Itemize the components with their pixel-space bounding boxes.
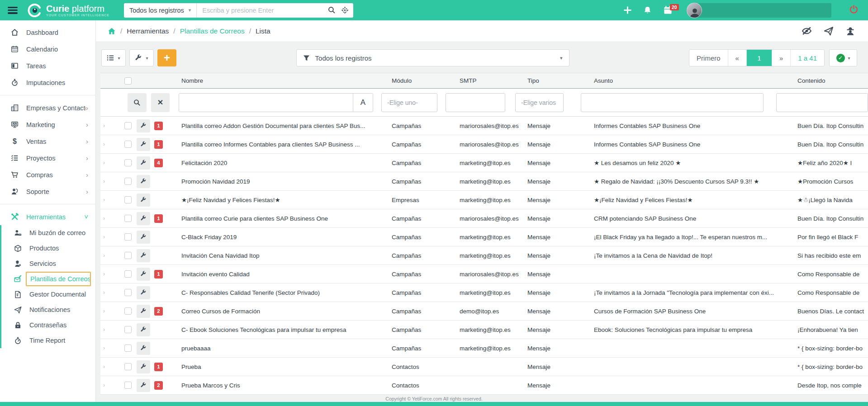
table-row[interactable]: ›C-Black Friday 2019Campañasmarketing@it… xyxy=(100,228,868,246)
row-edit-wrench-button[interactable] xyxy=(137,360,150,373)
column-header-subject[interactable]: Asunto xyxy=(593,77,796,84)
row-edit-wrench-button[interactable] xyxy=(137,249,150,262)
page-range[interactable]: 1 a 41 xyxy=(791,50,824,66)
sidebar-item-calendario[interactable]: Calendario xyxy=(0,41,95,57)
row-expand-chevron-icon[interactable]: › xyxy=(100,289,121,296)
row-expand-chevron-icon[interactable]: › xyxy=(100,252,121,259)
table-row[interactable]: ›4Felicitación 2020Campañasmarketing@ito… xyxy=(100,154,868,172)
notifications-bell-button[interactable] xyxy=(643,6,652,14)
row-edit-wrench-button[interactable] xyxy=(137,305,150,318)
sidebar-item-time-report[interactable]: Time Report xyxy=(1,333,95,348)
row-expand-chevron-icon[interactable]: › xyxy=(100,382,121,388)
search-input[interactable] xyxy=(197,3,323,18)
row-checkbox[interactable] xyxy=(124,307,132,315)
watching-records-eye-slash-icon[interactable] xyxy=(802,26,812,36)
alpha-match-toggle[interactable]: A xyxy=(353,94,373,112)
sidebar-item-servicios[interactable]: Servicios xyxy=(1,256,95,271)
sidebar-item-imputaciones[interactable]: Imputaciones xyxy=(0,74,95,91)
row-edit-wrench-button[interactable] xyxy=(137,119,150,132)
page-first-button[interactable]: Primero xyxy=(689,50,728,66)
sidebar-item-compras[interactable]: Compras› xyxy=(0,166,95,183)
select-all-checkbox[interactable] xyxy=(124,77,132,85)
switch-user-spy-icon[interactable] xyxy=(845,26,855,36)
search-icon[interactable] xyxy=(328,6,336,14)
row-expand-chevron-icon[interactable]: › xyxy=(100,271,121,277)
row-checkbox[interactable] xyxy=(124,326,132,333)
row-edit-wrench-button[interactable] xyxy=(137,156,150,170)
row-expand-chevron-icon[interactable]: › xyxy=(100,141,121,147)
row-checkbox[interactable] xyxy=(124,196,132,203)
send-notification-icon[interactable] xyxy=(824,26,834,36)
sidebar-item-productos[interactable]: Productos xyxy=(1,241,95,256)
calendar-reminders-button[interactable]: 20 xyxy=(664,6,672,14)
table-row[interactable]: ›C- Ebook Soluciones Tecnológicas para i… xyxy=(100,321,868,339)
row-checkbox[interactable] xyxy=(124,289,132,296)
user-menu[interactable] xyxy=(687,3,831,18)
sidebar-item-tareas[interactable]: Tareas xyxy=(0,57,95,74)
row-checkbox[interactable] xyxy=(124,252,132,259)
search-scope-select[interactable]: Todos los registros ▾ xyxy=(124,3,197,18)
table-row[interactable]: ›★¡Feliz Navidad y Felices Fiestas!★Empr… xyxy=(100,191,868,209)
row-expand-chevron-icon[interactable]: › xyxy=(100,308,121,314)
row-edit-wrench-button[interactable] xyxy=(137,286,150,299)
sidebar-item-ventas[interactable]: $Ventas› xyxy=(0,133,95,150)
page-current[interactable]: 1 xyxy=(747,50,772,66)
column-header-smtp[interactable]: SMTP xyxy=(458,77,526,84)
row-checkbox[interactable] xyxy=(124,363,132,370)
app-logo[interactable]: Curie platform YOUR CUSTOMER INTELLIGENC… xyxy=(28,3,109,18)
module-filter-select[interactable]: -Elige uno- xyxy=(381,93,437,112)
table-row[interactable]: ›Invitación Cena Navidad ItopCampañasmar… xyxy=(100,246,868,265)
name-filter-input[interactable] xyxy=(179,94,353,112)
table-row[interactable]: ›1PruebaContactosMensaje* { box-sizing: … xyxy=(100,358,868,376)
sidebar-item-proyectos[interactable]: Proyectos› xyxy=(0,150,95,166)
row-checkbox[interactable] xyxy=(124,178,132,185)
row-expand-chevron-icon[interactable]: › xyxy=(100,364,121,370)
quick-create-button[interactable] xyxy=(624,6,631,14)
column-header-content[interactable]: Contenido xyxy=(796,77,868,84)
column-header-name[interactable]: Nombre xyxy=(180,77,390,84)
row-checkbox[interactable] xyxy=(124,141,132,148)
row-edit-wrench-button[interactable] xyxy=(137,212,150,225)
sidebar-item-soporte[interactable]: Soporte› xyxy=(0,183,95,200)
clear-search-button[interactable]: ✕ xyxy=(151,93,169,112)
home-icon[interactable] xyxy=(108,27,116,35)
row-expand-chevron-icon[interactable]: › xyxy=(100,178,121,184)
row-expand-chevron-icon[interactable]: › xyxy=(100,123,121,129)
row-checkbox[interactable] xyxy=(124,382,132,389)
row-edit-wrench-button[interactable] xyxy=(137,138,150,151)
row-checkbox[interactable] xyxy=(124,122,132,129)
row-checkbox[interactable] xyxy=(124,345,132,352)
page-prev-button[interactable]: « xyxy=(728,50,747,66)
sidebar-item-plantillas-de-correos[interactable]: Plantillas de Correos xyxy=(1,271,95,287)
breadcrumb-item-plantillas-de-correos[interactable]: Plantillas de Correos xyxy=(180,27,245,35)
row-expand-chevron-icon[interactable]: › xyxy=(100,326,121,333)
row-edit-wrench-button[interactable] xyxy=(137,175,150,188)
row-edit-wrench-button[interactable] xyxy=(137,323,150,336)
sidebar-item-dashboard[interactable]: Dashboard xyxy=(0,24,95,41)
subject-filter-input[interactable] xyxy=(581,93,764,112)
actions-dropdown[interactable]: ▾ xyxy=(129,49,154,66)
row-edit-wrench-button[interactable] xyxy=(137,268,150,281)
column-header-type[interactable]: Tipo xyxy=(526,77,593,84)
row-expand-chevron-icon[interactable]: › xyxy=(100,215,121,222)
table-row[interactable]: ›Promoción Navidad 2019Campañasmarketing… xyxy=(100,172,868,191)
smtp-filter-input[interactable] xyxy=(446,93,505,112)
advanced-search-target-icon[interactable] xyxy=(341,6,349,14)
table-row[interactable]: ›2Prueba Marcos y CrisContactosMensajeDe… xyxy=(100,376,868,395)
table-row[interactable]: ›C- Responsables Calidad Tenerife (Secto… xyxy=(100,283,868,302)
sidebar-item-gestor-documental[interactable]: Gestor Documental xyxy=(1,287,95,302)
row-expand-chevron-icon[interactable]: › xyxy=(100,234,121,240)
table-row[interactable]: ›1Invitación evento CalidadCampañasmario… xyxy=(100,265,868,283)
row-checkbox[interactable] xyxy=(124,159,132,166)
table-row[interactable]: ›1Plantilla correo Curie para clientes S… xyxy=(100,209,868,228)
row-edit-wrench-button[interactable] xyxy=(137,231,150,244)
table-row[interactable]: ›1Plantilla correo Informes Contables pa… xyxy=(100,135,868,154)
menu-toggle-icon[interactable] xyxy=(8,7,18,14)
sidebar-item-mi-buzon-de-correo[interactable]: Mi buzón de correo xyxy=(1,225,95,241)
search-submit-button[interactable] xyxy=(128,93,147,112)
sidebar-item-marketing[interactable]: Marketing› xyxy=(0,116,95,133)
row-checkbox[interactable] xyxy=(124,270,132,278)
sidebar-item-empresas-y-contactos[interactable]: Empresas y Contactos› xyxy=(0,99,95,116)
add-record-button[interactable]: + xyxy=(157,49,176,66)
record-state-dropdown[interactable]: ✓ ▾ xyxy=(829,49,857,66)
